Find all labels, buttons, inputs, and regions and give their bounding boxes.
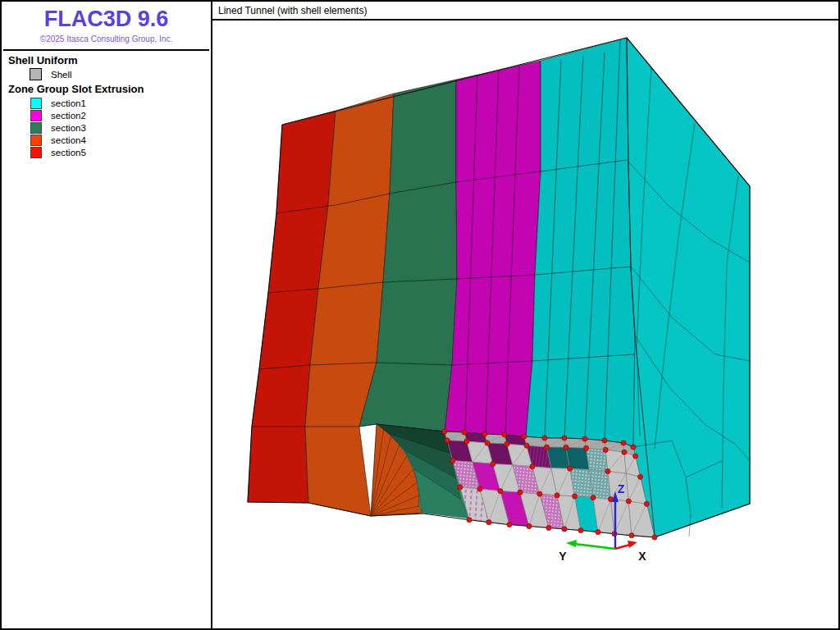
y-axis-arrowhead — [566, 540, 577, 547]
shell-node-dot — [507, 522, 512, 527]
shell-node-dot — [504, 441, 509, 446]
legend-item-label: section4 — [51, 135, 86, 145]
shell-node-dot — [491, 461, 495, 466]
shell-node-dot — [445, 438, 450, 443]
section3-color-swatch — [30, 122, 42, 134]
x-axis-arrowhead — [628, 541, 637, 548]
section2-band — [445, 61, 541, 437]
shell-node-dot — [629, 533, 634, 538]
model-viewport[interactable]: X Y Z — [214, 22, 840, 628]
shell-node-dot — [605, 468, 610, 473]
shell-node-dot — [546, 525, 551, 530]
x-axis-arrow — [615, 545, 630, 549]
shell-node-dot — [450, 458, 455, 463]
section2-color-swatch — [30, 110, 42, 121]
legend-item-section5: section5 — [30, 146, 211, 158]
shell-node-dot — [502, 432, 507, 437]
legend-item-label: section1 — [51, 98, 86, 108]
shell-node-dot — [568, 466, 573, 471]
copyright-text: ©2025 Itasca Consulting Group, Inc. — [2, 34, 211, 43]
shell-node-dot — [596, 530, 600, 535]
y-axis-label: Y — [559, 550, 567, 563]
shell-node-dot — [644, 501, 649, 506]
legend-item-label: section5 — [51, 148, 86, 158]
shell-node-dot — [621, 441, 626, 445]
shell-node-dot — [477, 486, 482, 491]
section5-color-swatch — [30, 147, 42, 158]
x-axis-label: X — [638, 550, 646, 563]
shell-node-dot — [626, 499, 631, 504]
shell-node-dot — [482, 431, 487, 436]
z-axis-label: Z — [618, 482, 625, 495]
shell-node-dot — [602, 438, 607, 443]
legend-item-section3: section3 — [30, 121, 211, 134]
shell-node-dot — [631, 445, 636, 450]
legend-divider — [3, 49, 209, 51]
legend-item-label: Shell — [51, 70, 72, 80]
shell-node-dot — [498, 489, 503, 494]
shell-node-dot — [442, 429, 447, 434]
shell-node-dot — [582, 436, 587, 441]
shell-node-dot — [527, 523, 532, 528]
shell-node-dot — [637, 474, 642, 479]
shell-node-dot — [524, 443, 529, 448]
shell-color-swatch — [30, 68, 42, 80]
legend-item-label: section2 — [51, 111, 86, 121]
shell-node-dot — [622, 450, 627, 454]
shell-node-dot — [578, 527, 583, 532]
shell-node-dot — [603, 447, 608, 452]
shell-node-dot — [537, 491, 542, 496]
legend-item-section2: section2 — [30, 109, 211, 121]
viewport-area: Lined Tunnel (with shell elements) — [211, 2, 840, 628]
shell-node-dot — [522, 434, 527, 439]
shell-node-dot — [486, 520, 491, 525]
legend-item-label: section3 — [51, 123, 86, 133]
shell-node-dot — [562, 436, 567, 441]
app-title: FLAC3D 9.6 — [2, 7, 211, 32]
section4-color-swatch — [30, 135, 42, 146]
shell-node-dot — [652, 535, 657, 540]
shell-node-dot — [555, 493, 559, 498]
section1-color-swatch — [30, 98, 42, 109]
shell-node-dot — [633, 454, 638, 459]
shell-node-dot — [562, 527, 567, 532]
shell-node-dot — [458, 485, 463, 490]
shell-node-dot — [584, 445, 589, 450]
shell-node-dot — [564, 445, 568, 450]
legend-item-section4: section4 — [30, 134, 211, 146]
shell-node-dot — [485, 441, 490, 445]
y-axis-arrow — [574, 544, 615, 549]
legend-section-zone-group: Zone Group Slot Extrusion — [8, 83, 211, 95]
flac3d-window: { "header": { "app_title": "FLAC3D 9.6",… — [0, 0, 840, 630]
shell-node-dot — [518, 490, 523, 495]
shell-node-dot — [542, 436, 547, 441]
shell-node-dot — [591, 495, 596, 500]
shell-node-dot — [573, 494, 578, 499]
shell-node-dot — [462, 430, 467, 435]
shell-node-dot — [464, 439, 469, 444]
shell-node-dot — [544, 445, 549, 450]
shell-node-dot — [467, 518, 472, 523]
legend-item-shell: Shell — [30, 68, 211, 80]
legend-item-section1: section1 — [30, 97, 211, 109]
shell-node-dot — [530, 464, 535, 469]
legend-panel: FLAC3D 9.6 ©2025 Itasca Consulting Group… — [2, 2, 211, 628]
legend-section-shell-uniform: Shell Uniform — [8, 54, 211, 66]
shell-cell — [611, 500, 632, 536]
plot-title: Lined Tunnel (with shell elements) — [212, 2, 840, 21]
